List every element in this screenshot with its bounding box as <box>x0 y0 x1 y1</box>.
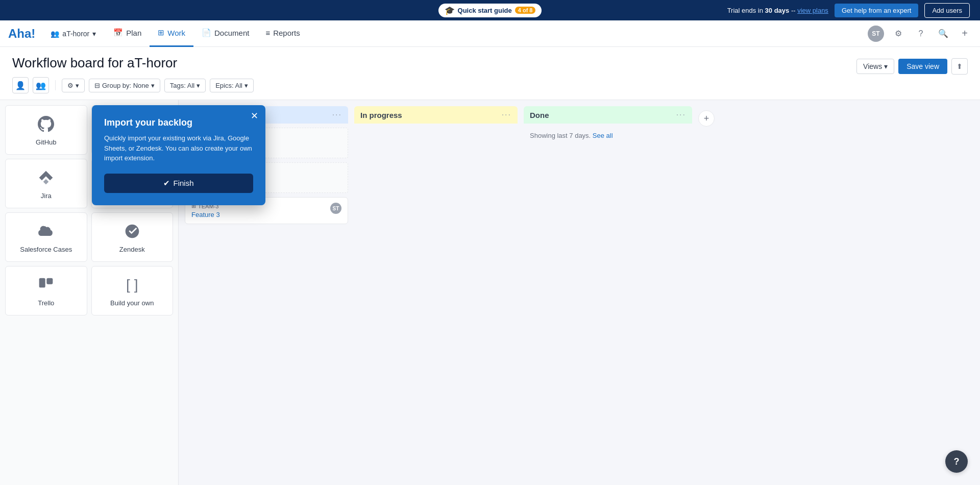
column-done-title: Done <box>530 111 549 119</box>
nav-reports-label: Reports <box>273 29 300 37</box>
epics-label: Epics: All <box>215 82 242 89</box>
toolbar: 👤 👥 ⚙ ▾ ⊟ Group by: None ▾ Tags: All ▾ E… <box>12 77 968 100</box>
nav-plan-label: Plan <box>126 29 141 37</box>
build-your-own-icon: [ ] <box>122 275 142 295</box>
add-column-icon: + <box>698 110 715 127</box>
column-done: Done ··· Showing last 7 days. See all <box>524 106 692 485</box>
reports-icon: ≡ <box>265 29 270 37</box>
jira-icon <box>36 167 56 188</box>
integration-trello[interactable]: Trello <box>5 266 87 316</box>
views-chevron-icon: ▾ <box>884 62 888 70</box>
group-by-button[interactable]: ⊟ Group by: None ▾ <box>89 79 160 92</box>
svg-rect-1 <box>47 278 53 284</box>
get-help-expert-button[interactable]: Get help from an expert <box>835 4 919 17</box>
column-inprogress-title: In progress <box>360 111 402 119</box>
epics-filter-button[interactable]: Epics: All ▾ <box>210 79 254 92</box>
chevron-icon: ▾ <box>76 82 79 89</box>
integration-zendesk[interactable]: Zendesk <box>91 212 174 262</box>
see-all-link[interactable]: See all <box>593 132 613 139</box>
modal-finish-button[interactable]: ✔ Finish <box>104 174 253 193</box>
nav-document-label: Document <box>214 29 249 37</box>
user-avatar[interactable]: ST <box>868 26 884 42</box>
graduation-hat-icon: 🎓 <box>445 6 455 15</box>
integration-jira[interactable]: Jira <box>5 159 87 208</box>
column-done-header: Done ··· <box>524 106 692 124</box>
view-plans-link[interactable]: view plans <box>797 7 828 14</box>
quick-start-label: Quick start guide <box>458 7 512 14</box>
workspace-icon: 👥 <box>51 30 59 38</box>
integration-salesforce[interactable]: Salesforce Cases <box>5 212 87 262</box>
gear-settings-button[interactable]: ⚙ ▾ <box>62 79 85 92</box>
card-team3-avatar: ST <box>330 203 341 214</box>
board-area: GitHub A A A A Jira Sentry <box>0 100 980 485</box>
add-users-button[interactable]: Add users <box>924 3 970 18</box>
columns-area: To do ··· ⊞ TEAM-3 Feature 3 ST In progr… <box>179 100 980 485</box>
nav-work-label: Work <box>167 29 185 37</box>
done-note: Showing last 7 days. See all <box>524 128 692 143</box>
svg-rect-0 <box>39 278 45 288</box>
tags-label: Tags: All <box>170 82 194 89</box>
top-banner: 🎓 Quick start guide 4 of 8 Trial ends in… <box>0 0 980 20</box>
build-your-own-label: Build your own <box>110 299 154 307</box>
trial-text: Trial ends in 30 days -- view plans <box>727 7 828 14</box>
nav-plan[interactable]: 📅 Plan <box>105 20 150 47</box>
main-nav: Aha! 👥 aT-horor ▾ 📅 Plan ⊞ Work 📄 Docume… <box>0 20 980 47</box>
views-label: Views <box>863 62 882 70</box>
import-backlog-modal: ✕ Import your backlog Quickly import you… <box>92 105 265 205</box>
column-inprogress-menu-button[interactable]: ··· <box>502 110 511 119</box>
views-button[interactable]: Views ▾ <box>856 59 894 74</box>
salesforce-icon <box>36 221 56 241</box>
search-button[interactable]: 🔍 <box>935 26 951 42</box>
person-filter-button[interactable]: 👤 <box>12 77 29 93</box>
card-team3-content: ⊞ TEAM-3 Feature 3 <box>191 203 326 219</box>
tags-filter-button[interactable]: Tags: All ▾ <box>164 79 206 92</box>
zendesk-icon <box>122 221 142 241</box>
work-icon: ⊞ <box>158 28 164 37</box>
quick-start-badge-count: 4 of 8 <box>515 7 536 14</box>
group-by-icon: ⊟ <box>94 82 100 89</box>
banner-right: Trial ends in 30 days -- view plans Get … <box>542 3 970 18</box>
gear-icon: ⚙ <box>67 82 74 89</box>
page-title: Workflow board for aT-horor <box>12 55 177 71</box>
workspace-name: aT-horor <box>62 30 89 38</box>
salesforce-label: Salesforce Cases <box>20 246 72 253</box>
modal-body: Quickly import your existing work via Ji… <box>104 133 253 163</box>
column-inprogress-header: In progress ··· <box>354 106 518 124</box>
help-icon-button[interactable]: ? <box>913 26 929 42</box>
nav-items: 📅 Plan ⊞ Work 📄 Document ≡ Reports <box>105 20 868 47</box>
logo[interactable]: Aha! <box>8 27 35 41</box>
column-inprogress: In progress ··· <box>354 106 518 485</box>
epics-chevron-icon: ▾ <box>244 82 248 89</box>
nav-right-actions: ST ⚙ ? 🔍 + <box>868 26 972 42</box>
workspace-chevron-icon: ▾ <box>92 30 96 38</box>
help-button[interactable]: ? <box>945 450 968 473</box>
document-icon: 📄 <box>202 28 211 37</box>
checkmark-icon: ✔ <box>163 179 170 188</box>
banner-center: 🎓 Quick start guide 4 of 8 <box>438 4 542 17</box>
card-team3-title[interactable]: Feature 3 <box>191 211 326 219</box>
add-button[interactable]: + <box>958 27 972 41</box>
integration-build-your-own[interactable]: [ ] Build your own <box>91 266 174 316</box>
settings-button[interactable]: ⚙ <box>890 26 906 42</box>
nav-document[interactable]: 📄 Document <box>193 20 257 47</box>
column-done-menu-button[interactable]: ··· <box>676 110 686 119</box>
workspace-selector[interactable]: 👥 aT-horor ▾ <box>45 27 101 41</box>
github-icon <box>36 114 56 134</box>
github-label: GitHub <box>36 138 56 146</box>
modal-close-button[interactable]: ✕ <box>251 111 258 120</box>
jira-label: Jira <box>41 192 52 200</box>
share-button[interactable]: ⬆ <box>951 58 968 75</box>
page-header: Workflow board for aT-horor Views ▾ Save… <box>0 47 980 100</box>
nav-work[interactable]: ⊞ Work <box>150 20 193 47</box>
zendesk-label: Zendesk <box>119 246 145 253</box>
nav-reports[interactable]: ≡ Reports <box>257 20 308 47</box>
quick-start-guide-btn[interactable]: 🎓 Quick start guide 4 of 8 <box>438 4 542 17</box>
save-view-button[interactable]: Save view <box>898 59 947 74</box>
finish-label: Finish <box>173 179 193 187</box>
tags-chevron-icon: ▾ <box>197 82 200 89</box>
column-todo-menu-button[interactable]: ··· <box>332 110 342 119</box>
add-column-button[interactable]: + <box>698 106 719 485</box>
integration-github[interactable]: GitHub <box>5 105 87 155</box>
trello-label: Trello <box>38 299 54 307</box>
group-filter-button[interactable]: 👥 <box>33 77 49 93</box>
